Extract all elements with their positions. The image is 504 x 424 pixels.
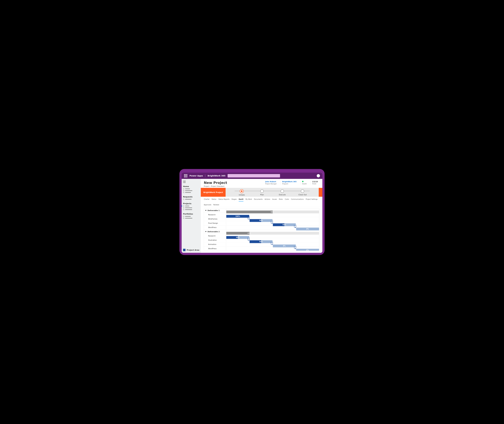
tab-stages[interactable]: Stages [232, 198, 237, 201]
tab-risks[interactable]: Risks [279, 198, 283, 201]
gantt-task-bar[interactable]: 0% [296, 249, 319, 251]
nav-heading-home[interactable]: Home [183, 185, 199, 187]
tab-related[interactable]: Related [213, 204, 219, 207]
caret-down-icon[interactable] [205, 231, 207, 232]
gantt-chart: Deliverable 150%Research100%Wireframes50… [204, 208, 319, 251]
gantt-bar-pct: 100% [226, 215, 249, 217]
svg-marker-0 [249, 218, 250, 219]
tab-status-reports[interactable]: Status Reports [218, 198, 229, 201]
nav-heading-requests[interactable]: Requests [183, 196, 199, 198]
gantt-task-bar[interactable]: 0% [273, 244, 296, 247]
gantt-row-track: 50% [226, 218, 319, 220]
stage-plan[interactable]: Plan [252, 189, 272, 196]
gantt-task-row[interactable]: WordPress0% [204, 225, 319, 230]
gantt-row-label: Research [204, 234, 226, 238]
stage-execute[interactable]: Execute [272, 189, 292, 196]
gantt-row-label: Research [204, 213, 226, 217]
gantt-row-track: 50% [226, 223, 319, 224]
gantt-row-label: WordPress [204, 226, 226, 229]
tab-documents[interactable]: Documents [254, 198, 263, 201]
gantt-bar-pct: 0% [273, 245, 296, 247]
project-manager-value[interactable]: John Hubert [265, 181, 277, 183]
user-avatar[interactable] [317, 174, 320, 177]
gantt-task-row[interactable]: Wireframes50% [204, 217, 319, 221]
gantt-summary-bar[interactable]: 25% [226, 232, 319, 235]
product-title: BrightWork 365 [208, 175, 225, 177]
hamburger-icon[interactable] [183, 181, 186, 183]
nav-item-placeholder[interactable] [183, 199, 199, 200]
program-value[interactable]: BrightWork 365 [282, 181, 296, 183]
tab-status[interactable]: Status [212, 198, 216, 201]
legend-label: Project Area [187, 249, 199, 251]
gantt-task-bar[interactable]: 100% [226, 215, 249, 218]
gantt-task-bar[interactable]: 50% [226, 236, 249, 239]
gantt-task-bar[interactable]: 50% [250, 219, 272, 222]
gantt-bar-progress [226, 232, 250, 235]
nav-item-active[interactable] [183, 206, 199, 207]
health-indicator-icon [302, 181, 303, 182]
gantt-row-track: 50% [226, 210, 319, 211]
gantt-row-track: 25% [226, 231, 319, 232]
gantt-bar-pct: 25% [247, 232, 318, 234]
finish-date-value: 2/2/23 [312, 181, 318, 183]
svg-marker-5 [295, 248, 296, 249]
nav-heading-portfolios[interactable]: Portfolios [183, 213, 199, 215]
sidebar: Home Requests Projects Portfolios [182, 179, 201, 253]
gantt-row-label: Final Design [204, 221, 226, 225]
tab-costs[interactable]: Costs [285, 198, 289, 201]
stage-initiate[interactable]: Initiate [232, 189, 252, 196]
process-flow-next[interactable] [319, 188, 322, 197]
nav-heading-projects[interactable]: Projects [183, 202, 199, 205]
nav-item-placeholder[interactable] [183, 209, 199, 210]
process-flow: BrightWork Project Initiate Plan [201, 188, 322, 197]
gantt-bar-pct: 50% [271, 211, 318, 213]
health-label: Health [302, 183, 307, 185]
gantt-row-label: Wireframes [204, 217, 226, 221]
divider [205, 175, 205, 177]
nav-item-placeholder[interactable] [183, 216, 199, 217]
gantt-bar-pct: 0% [296, 249, 319, 251]
svg-marker-3 [249, 240, 250, 241]
nav-item-placeholder[interactable] [183, 218, 199, 219]
gantt-row-label: Illustration [204, 238, 226, 242]
gantt-bar-pct: 50% [273, 224, 296, 226]
svg-marker-1 [272, 223, 273, 224]
gantt-bar-progress [226, 211, 273, 213]
gantt-group-row[interactable]: Deliverable 150% [204, 208, 319, 212]
caret-down-icon[interactable] [205, 210, 207, 211]
gantt-group-label: Deliverable 1 [208, 210, 220, 212]
process-flow-name[interactable]: BrightWork Project [201, 188, 226, 197]
page-title: New Project [204, 181, 227, 185]
gantt-row-track: 0% [226, 244, 319, 245]
tab-project-settings[interactable]: Project Settings [306, 198, 318, 201]
nav-item-placeholder[interactable] [183, 207, 199, 208]
finish-date-label: Finish [312, 183, 318, 185]
gantt-task-row[interactable]: Illustration50% [204, 238, 319, 242]
tab-gantt[interactable]: Gantt [239, 198, 243, 201]
nav-item-placeholder[interactable] [183, 192, 199, 193]
gantt-task-bar[interactable]: 50% [250, 240, 272, 243]
gantt-row-label: WordPress [204, 247, 226, 250]
tab-actions[interactable]: Actions [264, 198, 270, 201]
gantt-bar-pct: 50% [226, 237, 249, 238]
app-launcher-icon[interactable] [184, 174, 187, 177]
stage-close-out[interactable]: Close Out [292, 189, 313, 196]
gantt-summary-bar[interactable]: 50% [226, 211, 319, 213]
record-tabs: CharterStatusStatus ReportsStagesGanttMy… [201, 197, 322, 207]
nav-item-placeholder[interactable] [183, 190, 199, 191]
gantt-task-row[interactable]: WordPress0% [204, 246, 319, 251]
tab-my-work[interactable]: My Work [246, 198, 252, 201]
gantt-row-track: 0% [226, 227, 319, 228]
tab-approvals[interactable]: Approvals [204, 204, 211, 207]
process-flow-stages: Initiate Plan Execute Close Out [226, 188, 319, 197]
gantt-row-label: Deliverable 1 [204, 209, 226, 212]
gantt-task-bar[interactable]: 50% [273, 223, 296, 226]
search-input[interactable] [227, 174, 280, 177]
legend-swatch-icon [183, 249, 185, 251]
gantt-row-track: 50% [226, 235, 319, 237]
tab-charter[interactable]: Charter [204, 198, 209, 201]
nav-item-placeholder[interactable] [183, 188, 199, 189]
gantt-task-bar[interactable]: 0% [296, 228, 319, 231]
tab-issues[interactable]: Issues [272, 198, 277, 201]
tab-communications[interactable]: Communications [291, 198, 304, 201]
